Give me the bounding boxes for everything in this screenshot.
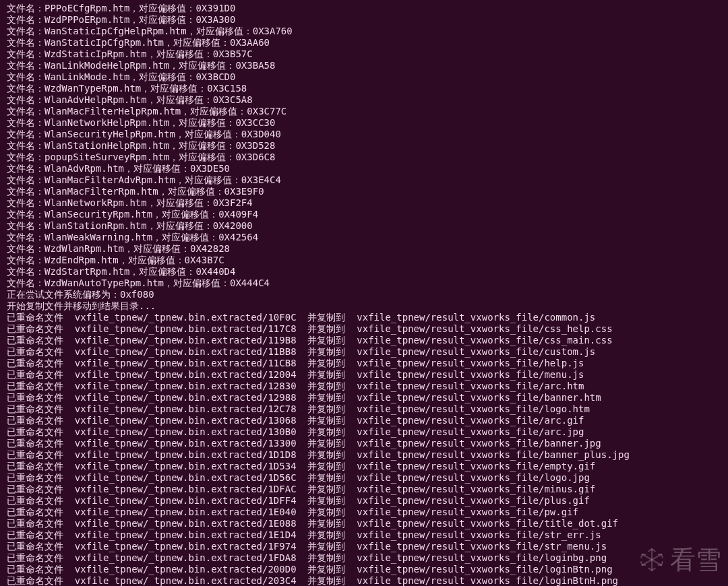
copy-line: 已重命名文件 vxfile_tpnew/_tpnew.bin.extracted…	[7, 461, 728, 472]
file-offset-line: 文件名：WzdWanTypeRpm.htm，对应偏移值：0X3C158	[7, 83, 728, 94]
copy-line: 已重命名文件 vxfile_tpnew/_tpnew.bin.extracted…	[7, 541, 728, 552]
copy-line: 已重命名文件 vxfile_tpnew/_tpnew.bin.extracted…	[7, 358, 728, 369]
copy-line: 已重命名文件 vxfile_tpnew/_tpnew.bin.extracted…	[7, 392, 728, 403]
copy-line: 已重命名文件 vxfile_tpnew/_tpnew.bin.extracted…	[7, 495, 728, 507]
copy-line: 已重命名文件 vxfile_tpnew/_tpnew.bin.extracted…	[7, 426, 728, 438]
copy-line: 已重命名文件 vxfile_tpnew/_tpnew.bin.extracted…	[7, 552, 728, 564]
file-offset-line: 文件名：WlanSecurityHelpRpm.htm，对应偏移值：0X3D04…	[7, 129, 728, 140]
file-offset-line: 文件名：popupSiteSurveyRpm.htm，对应偏移值：0X3D6C8	[7, 152, 728, 163]
file-offset-line: 文件名：WzdEndRpm.htm，对应偏移值：0X43B7C	[7, 255, 728, 266]
file-offset-line: 文件名：WlanStationHelpRpm.htm，对应偏移值：0X3D528	[7, 140, 728, 152]
copy-line: 已重命名文件 vxfile_tpnew/_tpnew.bin.extracted…	[7, 335, 728, 346]
copy-line: 已重命名文件 vxfile_tpnew/_tpnew.bin.extracted…	[7, 369, 728, 381]
file-offset-line: 文件名：WlanSecurityRpm.htm，对应偏移值：0X409F4	[7, 209, 728, 220]
file-offset-line: 文件名：WlanAdvHelpRpm.htm，对应偏移值：0X3C5A8	[7, 94, 728, 106]
file-offset-line: 文件名：WzdStaticIpRpm.htm，对应偏移值：0X3B57C	[7, 48, 728, 60]
file-offset-line: 文件名：WzdWanAutoTypeRpm.htm，对应偏移值：0X444C4	[7, 278, 728, 289]
file-offset-line: 文件名：WlanMacFilterRpm.htm，对应偏移值：0X3E9F0	[7, 186, 728, 197]
file-offset-line: 文件名：WlanNetworkHelpRpm.htm，对应偏移值：0X3CC30	[7, 117, 728, 129]
file-offset-line: 文件名：WlanAdvRpm.htm，对应偏移值：0X3DE50	[7, 163, 728, 174]
copy-line: 已重命名文件 vxfile_tpnew/_tpnew.bin.extracted…	[7, 507, 728, 518]
file-offset-line: 文件名：WzdPPPoERpm.htm，对应偏移值：0X3A300	[7, 14, 728, 26]
file-offset-line: 文件名：WzdStartRpm.htm，对应偏移值：0X440D4	[7, 266, 728, 278]
copy-line: 已重命名文件 vxfile_tpnew/_tpnew.bin.extracted…	[7, 484, 728, 495]
copy-line: 已重命名文件 vxfile_tpnew/_tpnew.bin.extracted…	[7, 564, 728, 575]
copy-line: 已重命名文件 vxfile_tpnew/_tpnew.bin.extracted…	[7, 323, 728, 335]
copy-line: 已重命名文件 vxfile_tpnew/_tpnew.bin.extracted…	[7, 438, 728, 449]
file-offset-line: 文件名：WanLinkModeHelpRpm.htm，对应偏移值：0X3BA58	[7, 60, 728, 71]
copy-line: 已重命名文件 vxfile_tpnew/_tpnew.bin.extracted…	[7, 518, 728, 529]
copy-line: 已重命名文件 vxfile_tpnew/_tpnew.bin.extracted…	[7, 449, 728, 461]
copy-line: 已重命名文件 vxfile_tpnew/_tpnew.bin.extracted…	[7, 529, 728, 541]
terminal-output: 文件名：PPPoECfgRpm.htm，对应偏移值：0X391D0文件名：Wzd…	[0, 0, 728, 586]
file-offset-line: 文件名：WzdWlanRpm.htm，对应偏移值：0X42828	[7, 243, 728, 255]
file-offset-line: 文件名：WanStaticIpCfgRpm.htm，对应偏移值：0X3AA60	[7, 37, 728, 48]
file-offset-line: 文件名：WanStaticIpCfgHelpRpm.htm，对应偏移值：0X3A…	[7, 26, 728, 37]
copy-line: 已重命名文件 vxfile_tpnew/_tpnew.bin.extracted…	[7, 575, 728, 586]
file-offset-line: 文件名：WlanWeakWarning.htm，对应偏移值：0X42564	[7, 232, 728, 243]
copy-line: 已重命名文件 vxfile_tpnew/_tpnew.bin.extracted…	[7, 403, 728, 415]
file-offset-line: 文件名：WanLinkMode.htm，对应偏移值：0X3BCD0	[7, 71, 728, 83]
file-offset-line: 文件名：WlanStationRpm.htm，对应偏移值：0X42000	[7, 220, 728, 232]
fs-offset-line: 正在尝试文件系统偏移为：0xf080	[7, 289, 728, 300]
copy-line: 已重命名文件 vxfile_tpnew/_tpnew.bin.extracted…	[7, 472, 728, 484]
file-offset-line: 文件名：WlanMacFilterAdvRpm.htm，对应偏移值：0X3E4C…	[7, 174, 728, 186]
file-offset-line: 文件名：WlanNetworkRpm.htm，对应偏移值：0X3F2F4	[7, 197, 728, 209]
copy-line: 已重命名文件 vxfile_tpnew/_tpnew.bin.extracted…	[7, 312, 728, 323]
file-offset-line: 文件名：WlanMacFilterHelpRpm.htm，对应偏移值：0X3C7…	[7, 106, 728, 117]
start-copy-line: 开始复制文件并移动到结果目录...	[7, 300, 728, 312]
copy-line: 已重命名文件 vxfile_tpnew/_tpnew.bin.extracted…	[7, 346, 728, 358]
copy-line: 已重命名文件 vxfile_tpnew/_tpnew.bin.extracted…	[7, 381, 728, 392]
copy-line: 已重命名文件 vxfile_tpnew/_tpnew.bin.extracted…	[7, 415, 728, 426]
file-offset-line: 文件名：PPPoECfgRpm.htm，对应偏移值：0X391D0	[7, 3, 728, 14]
